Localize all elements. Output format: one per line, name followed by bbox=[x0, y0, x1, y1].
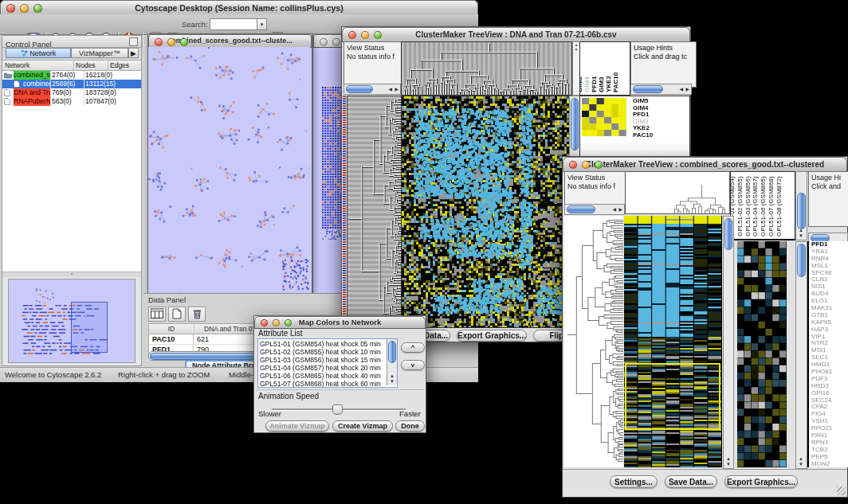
network-tab-icon bbox=[21, 49, 28, 57]
zoom-button[interactable] bbox=[33, 4, 42, 13]
search-dropdown-button[interactable]: ▼ bbox=[257, 18, 267, 30]
column-label: GIM3 bbox=[599, 76, 605, 92]
close-button[interactable] bbox=[569, 161, 577, 169]
treeview2-gene-list[interactable]: PFD1YRA1RNR4MSL1SPC98CLN1NIS1BUD4ELG1MAK… bbox=[807, 241, 848, 467]
grid-network-canvas[interactable] bbox=[322, 87, 343, 240]
treeview2-row-dendrogram[interactable] bbox=[564, 216, 623, 467]
treeview1-row-dendrogram[interactable] bbox=[347, 96, 402, 328]
tab-network[interactable]: Network bbox=[6, 48, 71, 58]
zoom-button[interactable] bbox=[595, 161, 603, 169]
attribute-list-item[interactable]: GPL51-07 (GSM868) heat shock 60 min bbox=[260, 380, 395, 388]
search-input[interactable] bbox=[210, 18, 258, 30]
row-label: PAC10 bbox=[633, 132, 653, 139]
float-panel-icon[interactable] bbox=[129, 37, 138, 46]
treeview2-heatmap[interactable] bbox=[624, 216, 722, 467]
network-name: RNAPuberNov2+ bbox=[14, 97, 50, 106]
treeview2-export-graphics-button[interactable]: Export Graphics... bbox=[724, 475, 798, 488]
treeview2-status-hscrollbar[interactable]: ◀▶ bbox=[564, 204, 625, 215]
close-button[interactable] bbox=[6, 4, 15, 13]
attribute-list-item[interactable]: GPL51-04 (GSM857) heat shock 20 min bbox=[260, 364, 395, 372]
animation-speed-slider[interactable] bbox=[272, 404, 406, 414]
treeview2-view-status: View StatusNo status info f bbox=[564, 171, 630, 208]
column-label: GPL51-02 (GSM855) bbox=[737, 176, 744, 236]
minimize-button[interactable] bbox=[20, 4, 29, 13]
attribute-list-vscrollbar[interactable]: ▲▼ bbox=[387, 339, 397, 385]
status-hint-middle: Middle- bbox=[229, 370, 253, 379]
panel-splitter[interactable]: • bbox=[2, 272, 141, 277]
treeview1-heatmap[interactable] bbox=[401, 96, 570, 328]
treeview2-titlebar[interactable]: ClusterMaker TreeView : combined_scores_… bbox=[563, 157, 847, 172]
tab-overflow-arrow[interactable]: ▶ bbox=[128, 48, 139, 58]
treeview2-heatmap-vscrollbar[interactable]: ▲▼ bbox=[723, 216, 734, 469]
network-list-row[interactable]: combined_scores2764(0)16218(0) bbox=[2, 71, 141, 80]
minimize-button[interactable] bbox=[273, 319, 280, 326]
status-hint-zoom: Right-click + drag to ZOOM bbox=[118, 370, 210, 379]
treeview1-row-labels: GIM5GIM4PFD1GIM3YKE2PAC10 bbox=[633, 98, 653, 139]
treeview2-zoomed-heatmap[interactable] bbox=[737, 241, 787, 467]
new-attribute-icon[interactable] bbox=[168, 307, 186, 322]
move-down-button[interactable]: v bbox=[401, 360, 425, 370]
document-icon bbox=[4, 89, 12, 96]
network-list-row[interactable]: RNAPuberNov2+563(0)107847(0) bbox=[2, 97, 141, 106]
close-button[interactable] bbox=[261, 319, 268, 326]
network-name: combined_scores bbox=[14, 71, 50, 80]
network-list: combined_scores2764(0)16218(0)combined_s… bbox=[2, 71, 141, 272]
network-canvas[interactable] bbox=[148, 47, 310, 293]
treeview2-collabel-vscrollbar[interactable]: ▲▼ bbox=[795, 171, 807, 240]
slider-thumb[interactable] bbox=[332, 404, 343, 415]
network-view-titlebar[interactable]: combined_scores_good.txt--cluste... bbox=[148, 34, 312, 48]
network-list-row[interactable]: DNA and Tran 07769(0)183728(0) bbox=[2, 88, 141, 97]
treeview2-genelist-vscrollbar[interactable]: ▲▼ bbox=[795, 241, 807, 469]
treeview1-selection-marker-strip[interactable] bbox=[343, 96, 346, 326]
attribute-list-label: Attribute List bbox=[258, 329, 303, 338]
network-list-row[interactable]: combined_sco2569(6)13112(15) bbox=[2, 80, 141, 88]
network-edges-count: 16218(0) bbox=[84, 71, 141, 80]
close-button[interactable] bbox=[320, 38, 328, 46]
treeview2-column-dendrogram[interactable] bbox=[625, 171, 730, 214]
close-button[interactable] bbox=[155, 38, 163, 46]
gene-list-item[interactable]: MON2 bbox=[811, 461, 848, 467]
treeview2-settings-button[interactable]: Settings... bbox=[610, 475, 658, 488]
zoom-button[interactable] bbox=[180, 38, 188, 46]
attribute-list-item[interactable]: GPL51-02 (GSM855) heat shock 10 min bbox=[260, 348, 395, 356]
treeview1-usage-hints: Usage HintsClick and drag tc bbox=[630, 41, 697, 88]
dialog-titlebar[interactable]: Map Colors to Network bbox=[254, 316, 426, 329]
column-label: PAC10 bbox=[613, 72, 619, 92]
network-view-window: combined_scores_good.txt--cluste... bbox=[147, 33, 312, 295]
treeview1-usage-hscrollbar[interactable]: ◀▶ bbox=[630, 84, 692, 95]
resize-grip[interactable] bbox=[837, 486, 846, 495]
attribute-list-item[interactable]: GPL51-01 (GSM854) heat shock 05 min bbox=[260, 340, 395, 348]
treeview1-status-hscrollbar[interactable]: ◀▶ bbox=[344, 84, 401, 95]
treeview1-titlebar[interactable]: ClusterMaker TreeView : DNA and Tran 07-… bbox=[342, 27, 690, 42]
minimize-button[interactable] bbox=[332, 38, 340, 46]
close-button[interactable] bbox=[348, 31, 356, 39]
zoom-button[interactable] bbox=[374, 31, 382, 39]
map-colors-dialog: Map Colors to Network Attribute List GPL… bbox=[253, 315, 426, 433]
treeview2-window: ClusterMaker TreeView : combined_scores_… bbox=[562, 156, 848, 498]
treeview1-export-graphics-button[interactable]: Export Graphics... bbox=[457, 330, 527, 342]
control-panel: Control Panel Network VizMapper™ ▶ Netwo… bbox=[2, 35, 142, 366]
attribute-list-item[interactable]: GPL51-03 (GSM856) heat shock 15 min bbox=[260, 356, 395, 364]
done-button[interactable]: Done bbox=[395, 420, 425, 432]
treeview1-summary-matrix[interactable] bbox=[582, 98, 626, 136]
create-vizmap-button[interactable]: Create Vizmap bbox=[332, 420, 393, 432]
network-overview[interactable] bbox=[8, 279, 135, 363]
treeview1-view-status: View StatusNo status info f bbox=[344, 41, 406, 88]
minimize-button[interactable] bbox=[582, 161, 590, 169]
attribute-list[interactable]: GPL51-01 (GSM854) heat shock 05 minGPL51… bbox=[257, 338, 398, 388]
column-label: GPL51-06 (GSM865) bbox=[760, 176, 767, 236]
animate-vizmap-button[interactable]: Animate Vizmap bbox=[265, 420, 329, 432]
minimize-button[interactable] bbox=[361, 31, 369, 39]
tab-vizmapper[interactable]: VizMapper™ bbox=[71, 48, 128, 58]
column-label: YKE2 bbox=[606, 76, 612, 92]
minimize-button[interactable] bbox=[167, 38, 175, 46]
treeview2-save-data-button[interactable]: Save Data... bbox=[665, 475, 717, 488]
treeview1-column-labels: GIM5GIM4PFD1GIM3YKE2PAC10 bbox=[579, 41, 630, 96]
main-titlebar[interactable]: Cytoscape Desktop (Session Name: collins… bbox=[0, 0, 478, 16]
attribute-list-item[interactable]: GPL51-06 (GSM865) heat shock 40 min bbox=[260, 372, 395, 380]
treeview1-column-dendrogram[interactable] bbox=[401, 41, 572, 96]
delete-attribute-trash-icon[interactable] bbox=[188, 307, 206, 322]
table-mode-icon[interactable] bbox=[148, 307, 166, 322]
move-up-button[interactable]: ^ bbox=[401, 342, 425, 353]
zoom-button[interactable] bbox=[285, 319, 292, 326]
